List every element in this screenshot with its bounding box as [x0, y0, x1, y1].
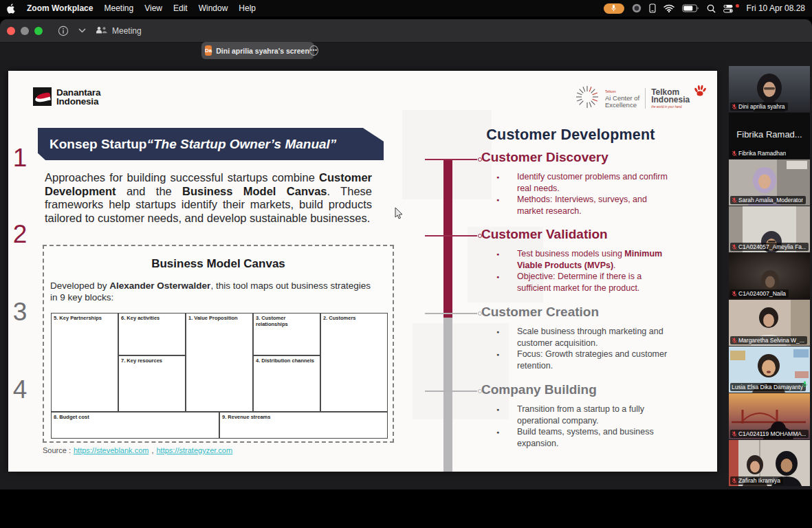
participant-name-label: Margaretha Selvina W_...	[730, 336, 807, 344]
participant-tile-dini[interactable]: Dini aprilia syahra	[729, 66, 810, 112]
menu-item-view[interactable]: View	[144, 3, 162, 13]
bullet-item: Build teams, systems, and business expan…	[488, 426, 668, 449]
telkom-indonesia-label2: Indonesia	[651, 96, 690, 104]
participant-name-label: C1A024119 MOHAMMA...	[730, 430, 809, 438]
customer-development-heading: Customer Development	[440, 126, 701, 144]
menu-item-edit[interactable]: Edit	[173, 3, 188, 13]
telkom-tagline: the world in your hand	[651, 105, 690, 109]
bullet-item: Transition from a startup to a fully ope…	[488, 404, 668, 426]
slide-title-prefix: Konsep Startup	[50, 137, 146, 152]
mouse-cursor-icon	[395, 207, 404, 223]
timeline-number-3: 3	[8, 298, 32, 327]
status-circle-icon[interactable]	[632, 3, 641, 13]
danantara-logo-text1: Danantara	[56, 88, 100, 97]
bullet-item: Identify customer problems and confirm r…	[488, 171, 668, 194]
bmc-cell-customers: 2. Customers	[320, 313, 388, 412]
participant-display-name: Fibrika Ramad...	[729, 129, 810, 140]
timeline-tick-3	[425, 313, 477, 314]
muted-mic-icon	[732, 338, 737, 344]
step-bullets-customer-creation: Scale business through marketing and cus…	[488, 326, 668, 371]
menu-item-window[interactable]: Window	[199, 3, 228, 13]
participant-name-label: Dini aprilia syahra	[730, 102, 788, 111]
apple-logo-icon[interactable]	[7, 3, 16, 14]
control-center-icon[interactable]	[723, 4, 733, 13]
ai-center-starburst-icon	[575, 85, 600, 112]
bmc-description: Developed by Alexander Osterwalder, this…	[50, 280, 372, 303]
timeline-tick-2	[425, 235, 477, 236]
notification-dot	[736, 4, 739, 8]
bullet-item: Scale business through marketing and cus…	[488, 326, 668, 349]
bmc-cell-distribution-channels: 4. Distribution channels	[253, 355, 320, 412]
spotlight-search-icon[interactable]	[707, 4, 716, 13]
muted-mic-icon	[732, 291, 737, 297]
timeline-number-2: 2	[8, 220, 32, 249]
bullet-item: Objective: Determine if there is a suffi…	[488, 271, 668, 294]
chevron-down-icon[interactable]	[78, 28, 86, 33]
participant-tile-ameylia[interactable]: C1A024057_Ameylia Fa...	[729, 206, 810, 252]
menu-item-meeting[interactable]: Meeting	[104, 3, 133, 13]
participant-tile-fibrika[interactable]: Fibrika Ramad... Fibrika Ramadhan	[729, 113, 810, 159]
shared-screen-tab[interactable]: Da Dini aprilia syahra's screen •••	[201, 42, 314, 59]
telkom-hand-logo-icon	[692, 84, 707, 102]
shared-screen-tab-title: Dini aprilia syahra's screen	[216, 47, 309, 55]
menu-item-help[interactable]: Help	[239, 3, 256, 13]
bmc-title: Business Model Canvas	[44, 257, 393, 271]
close-window-button[interactable]	[7, 27, 15, 35]
timeline-bar-gray	[443, 318, 452, 472]
tab-more-options-icon[interactable]: •••	[309, 45, 318, 56]
window-meeting-label: Meeting	[112, 26, 142, 36]
source-link-strategyzer[interactable]: https://strategyzer.com	[156, 446, 232, 454]
business-model-canvas-box: Business Model Canvas Developed by Alexa…	[43, 245, 394, 443]
source-line: Source : https://steveblank.com, https:/…	[43, 446, 232, 454]
step-title-customer-discovery: Customer Discovery	[481, 150, 608, 165]
participant-tile-lusia-active-speaker[interactable]: Lusia Elsa Dika Damayanty	[729, 346, 810, 393]
battery-icon[interactable]	[682, 4, 699, 12]
minimize-window-button[interactable]	[21, 27, 29, 35]
bmc-cell-value-proposition: 1. Value Proposition	[186, 313, 253, 412]
participant-name-label: Lusia Elsa Dika Damayanty	[730, 383, 806, 391]
participant-tile-mohamma[interactable]: C1A024119 MOHAMMA...	[729, 393, 810, 439]
macos-menu-bar: Zoom Workplace Meeting View Edit Window …	[0, 0, 812, 16]
participant-name-label: Sarah Amalia_Moderator	[730, 196, 806, 204]
bmc-grid-bottom: 8. Budget cost 9. Revenue streams	[51, 412, 388, 439]
timeline-bar-maroon	[443, 159, 452, 318]
zoom-window-button[interactable]	[34, 27, 43, 35]
participant-tile-margaretha[interactable]: Margaretha Selvina W_...	[729, 300, 810, 346]
bmc-cell-key-partnerships: 5. Key Partnerships	[51, 313, 118, 412]
active-mic-icon	[802, 378, 808, 390]
muted-mic-icon	[732, 104, 737, 110]
participant-tile-zafirah[interactable]: Zafirah Ikramiya	[729, 440, 810, 486]
menu-app-name[interactable]: Zoom Workplace	[27, 3, 93, 13]
timeline-tick-1	[425, 159, 477, 160]
slide-title-quoted: “The Startup Owner’s Manual”	[146, 137, 336, 152]
screen-mirroring-icon[interactable]	[649, 3, 656, 13]
danantara-logo-mark-icon	[33, 87, 52, 106]
bmc-cell-revenue-streams: 9. Revenue streams	[219, 412, 388, 439]
info-icon[interactable]	[58, 25, 69, 36]
bmc-cell-budget-cost: 8. Budget cost	[51, 412, 219, 439]
bullet-item: Focus: Growth strategies and customer re…	[488, 349, 668, 371]
muted-mic-icon	[732, 431, 737, 437]
source-label: Source :	[43, 446, 71, 454]
bmc-cell-key-resources: 7. Key resources	[118, 355, 186, 412]
participant-tile-naila[interactable]: C1A024007_Naila	[729, 253, 810, 299]
partner-logos: Telkom Ai Center of Excellence Telkom In…	[575, 85, 707, 112]
bmc-grid: 5. Key Partnerships 6. Key activities 1.…	[51, 313, 388, 412]
step-bullets-customer-discovery: Identify customer problems and confirm r…	[488, 171, 668, 217]
mic-in-use-indicator[interactable]	[604, 3, 624, 14]
step-title-company-building: Company Building	[481, 382, 597, 397]
muted-mic-icon	[732, 478, 737, 484]
timeline-number-4: 4	[8, 375, 32, 404]
participant-name-label: C1A024057_Ameylia Fa...	[730, 243, 809, 251]
muted-mic-icon	[732, 151, 737, 157]
wifi-icon[interactable]	[663, 4, 674, 12]
source-link-steveblank[interactable]: https://steveblank.com	[74, 446, 149, 454]
meeting-participants-icon	[96, 26, 107, 36]
participant-tile-sarah[interactable]: Sarah Amalia_Moderator	[729, 160, 810, 206]
bmc-cell-customer-relationships: 3. Customer relationships	[253, 313, 320, 355]
participant-name-label: Fibrika Ramadhan	[730, 149, 789, 157]
muted-mic-icon	[732, 244, 737, 250]
timeline-tick-4	[425, 390, 477, 392]
menu-clock[interactable]: Fri 10 Apr 08.28	[747, 3, 805, 13]
intro-paragraph: Approaches for building successful start…	[45, 171, 372, 225]
